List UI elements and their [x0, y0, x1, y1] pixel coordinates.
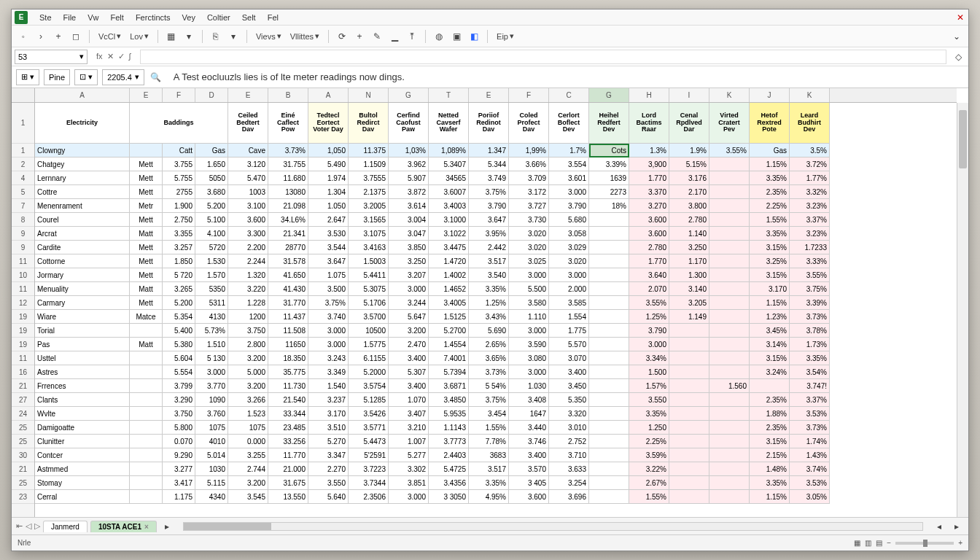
cell[interactable]: 1.55% — [469, 421, 509, 435]
cell[interactable]: 1.77% — [790, 171, 830, 185]
cell[interactable]: Cenal Rpdlved Dar — [669, 103, 709, 144]
col-header[interactable]: G — [589, 88, 629, 102]
cell[interactable] — [669, 490, 709, 504]
cell[interactable] — [130, 379, 163, 393]
cell[interactable]: 3.585 — [549, 296, 589, 310]
cell[interactable]: 1.530 — [195, 254, 228, 268]
cell[interactable]: 5.604 — [163, 351, 195, 365]
cell[interactable]: 1.55% — [750, 213, 790, 227]
upload-icon[interactable]: ⤒ — [405, 29, 419, 44]
dd-vccl[interactable]: VcCl ▾ — [96, 30, 124, 42]
cell[interactable]: 2.647 — [308, 213, 349, 227]
cell[interactable]: 5.470 — [228, 171, 268, 185]
cell[interactable] — [589, 296, 629, 310]
cell[interactable]: Hetof Rextred Pote — [750, 103, 790, 144]
menu-vey[interactable]: Vey — [178, 12, 200, 23]
cell[interactable]: 3.407 — [389, 407, 429, 421]
cell[interactable]: Clants — [35, 393, 130, 407]
row-header[interactable]: 16 — [12, 365, 34, 379]
cell[interactable]: 34565 — [429, 171, 469, 185]
cell[interactable]: 1.650 — [195, 158, 228, 171]
hscroll-left-icon[interactable]: ◂ — [932, 519, 946, 534]
font-box[interactable]: Pine — [44, 69, 70, 85]
font2-box[interactable]: ⊡ ▾ — [74, 69, 98, 85]
cell[interactable]: 3.55% — [790, 268, 830, 282]
cell[interactable] — [669, 379, 709, 393]
cell[interactable]: 2.25% — [629, 435, 669, 448]
cell[interactable]: 1.88% — [750, 407, 790, 421]
cell[interactable]: 1.1509 — [349, 158, 389, 171]
cell[interactable] — [130, 407, 163, 421]
cell[interactable]: 3.205 — [669, 296, 709, 310]
cell[interactable] — [669, 462, 709, 476]
cell[interactable]: 3.020 — [509, 241, 549, 254]
cell[interactable]: 5.380 — [163, 338, 195, 351]
sheet-tab-1[interactable]: Janmerd — [43, 521, 88, 532]
cell[interactable]: 1.4652 — [429, 282, 469, 296]
tab-menu-icon[interactable]: ▸ — [160, 519, 174, 534]
cell[interactable]: 3.400 — [389, 351, 429, 365]
row-header[interactable]: 25 — [12, 476, 34, 490]
cell[interactable]: 3.647 — [469, 213, 509, 227]
menu-colt[interactable]: Coltier — [203, 12, 235, 23]
cell[interactable]: 1.48% — [750, 462, 790, 476]
cell[interactable] — [589, 254, 629, 268]
col-header[interactable]: N — [349, 88, 389, 102]
cell[interactable]: 3.740 — [308, 310, 349, 324]
cell[interactable]: 2.65% — [469, 338, 509, 351]
cell[interactable]: 3.070 — [549, 351, 589, 365]
cell[interactable]: Astres — [35, 365, 130, 379]
cell[interactable]: 3.600 — [629, 213, 669, 227]
cell[interactable]: 3.6871 — [429, 379, 469, 393]
cell[interactable]: 13080 — [268, 185, 308, 199]
cell[interactable]: 3.4163 — [349, 241, 389, 254]
cell[interactable]: 5 720 — [163, 268, 195, 282]
cell[interactable]: 3.7223 — [349, 462, 389, 476]
cell[interactable]: 7.4001 — [429, 351, 469, 365]
cell[interactable]: 18.350 — [268, 351, 308, 365]
menu-fel[interactable]: Fel — [263, 12, 283, 23]
cell[interactable]: 23.485 — [268, 421, 308, 435]
cell[interactable]: 2.442 — [469, 241, 509, 254]
cell[interactable]: 1.320 — [228, 268, 268, 282]
cell[interactable]: 3.1000 — [429, 213, 469, 227]
cell[interactable]: 3.770 — [195, 379, 228, 393]
row-header[interactable]: 5 — [12, 185, 34, 199]
cell[interactable]: 18% — [589, 199, 629, 213]
cell[interactable]: 1.1143 — [429, 421, 469, 435]
cell[interactable]: 3.790 — [549, 199, 589, 213]
row-header[interactable]: 9 — [12, 241, 34, 254]
cell[interactable]: 1030 — [195, 462, 228, 476]
cell[interactable] — [709, 476, 750, 490]
cell[interactable]: 3.33% — [790, 254, 830, 268]
cell[interactable]: 5 54% — [469, 379, 509, 393]
cell[interactable]: 3.244 — [389, 296, 429, 310]
cell[interactable]: 3.000 — [308, 338, 349, 351]
vertical-scrollbar[interactable] — [957, 103, 968, 517]
cell[interactable]: 5.014 — [195, 448, 228, 462]
cell[interactable]: 5.647 — [389, 310, 429, 324]
cell[interactable]: Clowngy — [35, 144, 130, 158]
cell[interactable]: 3.600 — [228, 213, 268, 227]
cell[interactable]: Einé Caflect Pow — [268, 103, 308, 144]
cell[interactable]: 3.600 — [629, 227, 669, 241]
cell[interactable] — [130, 421, 163, 435]
cell[interactable]: 5.9535 — [429, 407, 469, 421]
cell[interactable]: 3.080 — [509, 351, 549, 365]
cell[interactable]: 1.110 — [509, 310, 549, 324]
cell[interactable]: 1.55% — [629, 490, 669, 504]
cell[interactable] — [709, 338, 750, 351]
cell[interactable]: 3.029 — [549, 241, 589, 254]
cell[interactable]: 3.5% — [790, 144, 830, 158]
cell[interactable]: 2.000 — [549, 282, 589, 296]
cell[interactable]: 3.320 — [549, 407, 589, 421]
cell[interactable]: 3.440 — [509, 421, 549, 435]
cell[interactable]: 3.23% — [790, 227, 830, 241]
cell[interactable]: Gas — [750, 144, 790, 158]
cell[interactable]: 3.170 — [750, 282, 790, 296]
cell[interactable]: Cerfind Caofust Paw — [389, 103, 429, 144]
cell[interactable]: 3.000 — [195, 365, 228, 379]
cell[interactable] — [589, 448, 629, 462]
cell[interactable]: 1.5003 — [349, 254, 389, 268]
cell[interactable]: Wiare — [35, 310, 130, 324]
